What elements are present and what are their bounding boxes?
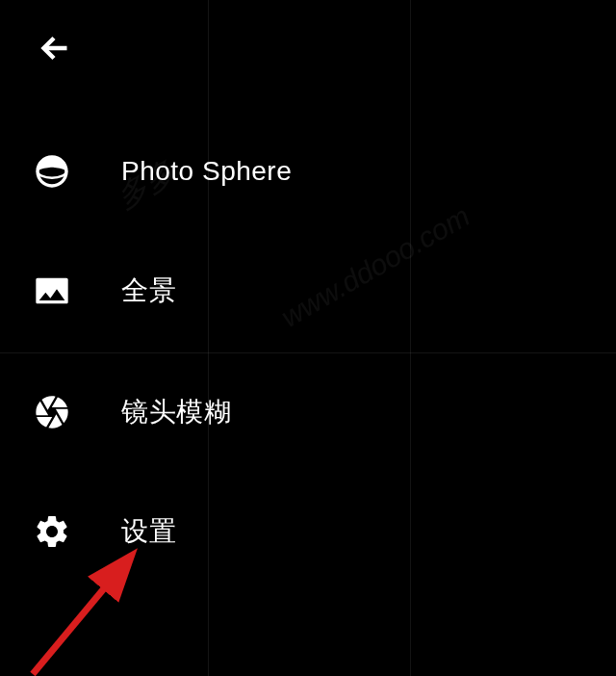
menu-label-photo-sphere: Photo Sphere <box>121 156 292 187</box>
watermark-url: www.ddooo.com <box>275 199 475 333</box>
menu-item-lens-blur[interactable]: 镜头模糊 <box>23 383 231 441</box>
back-arrow-icon <box>37 31 71 65</box>
photo-sphere-icon <box>23 143 81 200</box>
menu-item-photo-sphere[interactable]: Photo Sphere <box>23 143 292 200</box>
menu-item-panorama[interactable]: 全景 <box>23 262 176 320</box>
back-button[interactable] <box>33 27 75 69</box>
settings-icon <box>23 503 81 560</box>
menu-label-panorama: 全景 <box>121 273 176 309</box>
lens-blur-icon <box>23 383 81 441</box>
menu-label-lens-blur: 镜头模糊 <box>121 394 231 430</box>
svg-line-3 <box>33 559 129 674</box>
menu-label-settings: 设置 <box>121 513 176 550</box>
menu-item-settings[interactable]: 设置 <box>23 503 176 560</box>
panorama-icon <box>23 262 81 320</box>
